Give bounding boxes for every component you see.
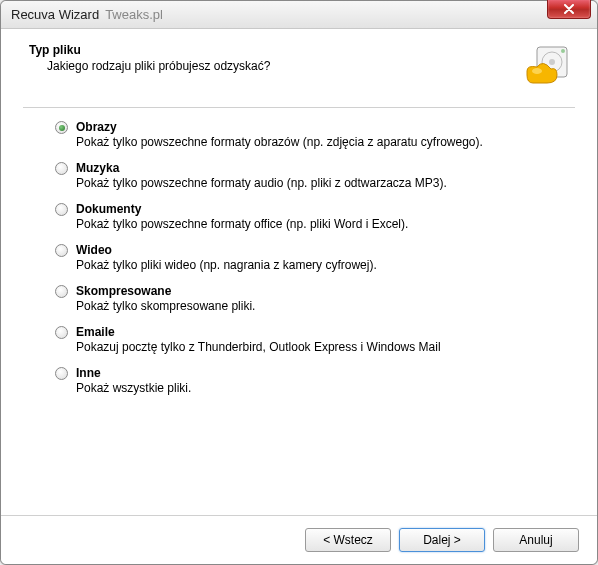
option-label: Emaile [76,325,567,339]
page-subtitle: Jakiego rodzaju pliki próbujesz odzyskać… [47,59,523,73]
divider [23,107,575,108]
drive-recovery-icon [523,43,571,91]
next-button[interactable]: Dalej > [399,528,485,552]
header-text: Typ pliku Jakiego rodzaju pliki próbujes… [29,43,523,73]
page-title: Typ pliku [29,43,523,57]
option-images[interactable]: Obrazy Pokaż tylko powszechne formaty ob… [55,120,567,149]
cancel-button[interactable]: Anuluj [493,528,579,552]
option-label: Skompresowane [76,284,567,298]
radio-icon [55,121,68,134]
wizard-footer: < Wstecz Dalej > Anuluj [1,515,597,564]
window-title: Recuva Wizard [11,7,99,22]
option-desc: Pokaż tylko powszechne formaty office (n… [76,217,567,231]
option-desc: Pokaż wszystkie pliki. [76,381,567,395]
option-video[interactable]: Wideo Pokaż tylko pliki wideo (np. nagra… [55,243,567,272]
window-title-extra: Tweaks.pl [105,7,163,22]
svg-point-2 [549,59,555,65]
wizard-header: Typ pliku Jakiego rodzaju pliki próbujes… [1,29,597,101]
option-desc: Pokaż tylko pliki wideo (np. nagrania z … [76,258,567,272]
option-documents[interactable]: Dokumenty Pokaż tylko powszechne formaty… [55,202,567,231]
option-label: Wideo [76,243,567,257]
wizard-window: Recuva Wizard Tweaks.pl Typ pliku Jakieg… [0,0,598,565]
option-desc: Pokaż tylko powszechne formaty obrazów (… [76,135,567,149]
option-compressed[interactable]: Skompresowane Pokaż tylko skompresowane … [55,284,567,313]
option-label: Dokumenty [76,202,567,216]
close-icon [563,4,575,14]
option-desc: Pokaż tylko powszechne formaty audio (np… [76,176,567,190]
radio-icon [55,326,68,339]
radio-icon [55,244,68,257]
titlebar: Recuva Wizard Tweaks.pl [1,1,597,29]
file-type-options: Obrazy Pokaż tylko powszechne formaty ob… [1,120,597,395]
option-label: Obrazy [76,120,567,134]
option-other[interactable]: Inne Pokaż wszystkie pliki. [55,366,567,395]
close-button[interactable] [547,0,591,19]
option-desc: Pokaż tylko skompresowane pliki. [76,299,567,313]
radio-icon [55,162,68,175]
option-desc: Pokazuj pocztę tylko z Thunderbird, Outl… [76,340,567,354]
back-button[interactable]: < Wstecz [305,528,391,552]
radio-icon [55,367,68,380]
option-label: Inne [76,366,567,380]
radio-icon [55,285,68,298]
svg-point-3 [561,49,565,53]
option-music[interactable]: Muzyka Pokaż tylko powszechne formaty au… [55,161,567,190]
svg-point-4 [532,68,542,74]
radio-icon [55,203,68,216]
option-emails[interactable]: Emaile Pokazuj pocztę tylko z Thunderbir… [55,325,567,354]
option-label: Muzyka [76,161,567,175]
